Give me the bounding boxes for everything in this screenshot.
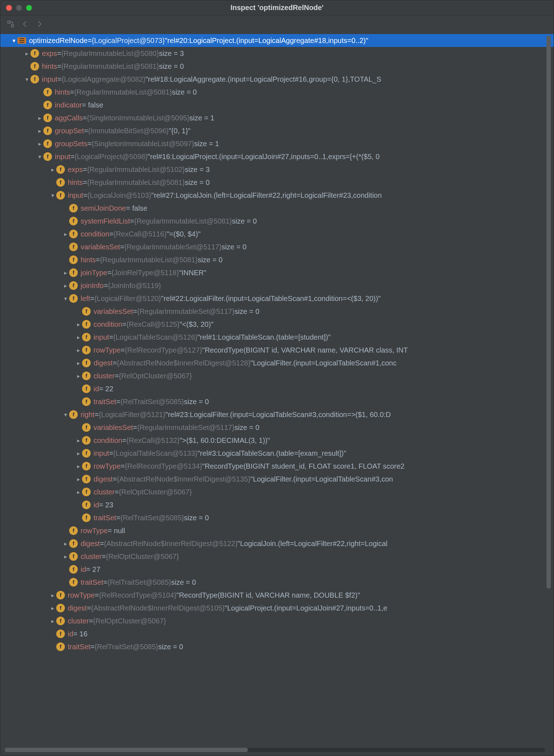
- chevron-right-icon[interactable]: ▸: [23, 50, 30, 57]
- field-name: id: [94, 501, 99, 509]
- tree-view[interactable]: ▾optimizedRelNode = {LogicalProject@5073…: [0, 33, 554, 756]
- titlebar[interactable]: Inspect 'optimizedRelNode': [0, 0, 554, 15]
- tree-row[interactable]: ▸fsystemFieldList = {RegularImmutableLis…: [0, 215, 554, 228]
- chevron-down-icon[interactable]: ▾: [62, 411, 69, 418]
- horizontal-scrollbar[interactable]: [5, 748, 545, 752]
- chevron-right-icon[interactable]: ▸: [62, 269, 69, 276]
- tree-row[interactable]: ▸fdigest = {AbstractRelNode$InnerRelDige…: [0, 602, 554, 614]
- chevron-right-icon[interactable]: ▸: [62, 282, 69, 289]
- field-icon: f: [69, 217, 78, 225]
- tree-row[interactable]: ▸fid= 27: [0, 563, 554, 576]
- tree-row[interactable]: ▸fdigest = {AbstractRelNode$InnerRelDige…: [0, 537, 554, 550]
- object-ref: {AbstractRelNode$InnerRelDigest@5105}: [91, 604, 225, 612]
- tree-row[interactable]: ▸fsemiJoinDone= false: [0, 202, 554, 215]
- tree-row[interactable]: ▸fjoinType = {JoinRelType@5118} "INNER": [0, 266, 554, 279]
- tree-root-icon[interactable]: [7, 20, 15, 28]
- chevron-down-icon[interactable]: ▾: [36, 153, 43, 160]
- chevron-down-icon[interactable]: ▾: [49, 192, 56, 199]
- tree-row[interactable]: ▸fid= 16: [0, 627, 554, 640]
- tree-row[interactable]: ▸frowType= null: [0, 524, 554, 537]
- chevron-right-icon[interactable]: ▸: [75, 373, 82, 379]
- value-text: = 23: [99, 501, 113, 509]
- field-icon: f: [82, 372, 91, 380]
- tree-row[interactable]: ▸finput = {LogicalTableScan@5126} "rel#1…: [0, 331, 554, 344]
- field-name: digest: [81, 540, 100, 548]
- chevron-down-icon[interactable]: ▾: [10, 37, 18, 44]
- tree-row[interactable]: ▸fgroupSet = {ImmutableBitSet@5096} "{0,…: [0, 124, 554, 137]
- tree-row[interactable]: ▸fid= 22: [0, 382, 554, 395]
- minimize-icon[interactable]: [16, 5, 22, 11]
- tree-row[interactable]: ▸fcondition = {RexCall@5116} "=($0, $4)": [0, 228, 554, 240]
- chevron-right-icon[interactable]: ▸: [49, 605, 56, 612]
- field-name: traitSet: [94, 398, 116, 406]
- tree-row[interactable]: ▸fhints = {RegularImmutableList@5081} si…: [0, 86, 554, 99]
- tree-row[interactable]: ▸fjoinInfo = {JoinInfo@5119}: [0, 279, 554, 292]
- field-name: variablesSet: [94, 424, 133, 432]
- tree-row[interactable]: ▾finput = {LogicalAggregate@5082} "rel#1…: [0, 73, 554, 86]
- tree-row[interactable]: ▸fcluster = {RelOptCluster@5067}: [0, 369, 554, 382]
- chevron-right-icon[interactable]: ▸: [75, 489, 82, 496]
- vertical-scrollbar[interactable]: [546, 35, 551, 745]
- chevron-right-icon[interactable]: ▸: [75, 334, 82, 341]
- chevron-right-icon[interactable]: ▸: [62, 540, 69, 547]
- field-name: cluster: [94, 372, 115, 380]
- tree-row[interactable]: ▸ftraitSet = {RelTraitSet@5085} size = 0: [0, 511, 554, 524]
- tree-row[interactable]: ▸fid= 23: [0, 498, 554, 511]
- back-arrow-icon[interactable]: [21, 20, 29, 28]
- chevron-right-icon[interactable]: ▸: [49, 166, 56, 173]
- tree-row[interactable]: ▸faggCalls = {SingletonImmutableList@509…: [0, 111, 554, 124]
- chevron-right-icon[interactable]: ▸: [49, 592, 56, 599]
- tree-row[interactable]: ▸fexps = {RegularImmutableList@5080} siz…: [0, 47, 554, 60]
- tree-row[interactable]: ▸frowType = {RelRecordType@5127} "Record…: [0, 344, 554, 357]
- chevron-right-icon[interactable]: ▸: [36, 115, 43, 121]
- tree-row[interactable]: ▸fcluster = {RelOptCluster@5067}: [0, 485, 554, 498]
- tree-row[interactable]: ▸fvariablesSet = {RegularImmutableSet@51…: [0, 305, 554, 318]
- tree-row[interactable]: ▸finput = {LogicalTableScan@5133} "rel#3…: [0, 447, 554, 460]
- tree-row[interactable]: ▸fdigest = {AbstractRelNode$InnerRelDige…: [0, 473, 554, 485]
- tree-row[interactable]: ▾fright = {LogicalFilter@5121} "rel#23:L…: [0, 408, 554, 421]
- tree-row[interactable]: ▸ftraitSet = {RelTraitSet@5085} size = 0: [0, 640, 554, 653]
- chevron-right-icon[interactable]: ▸: [36, 128, 43, 134]
- tree-row[interactable]: ▸findicator= false: [0, 99, 554, 111]
- tree-row[interactable]: ▾optimizedRelNode = {LogicalProject@5073…: [0, 34, 554, 47]
- forward-arrow-icon[interactable]: [35, 20, 43, 28]
- chevron-right-icon[interactable]: ▸: [75, 360, 82, 367]
- tree-row[interactable]: ▸fvariablesSet = {RegularImmutableSet@51…: [0, 421, 554, 434]
- tree-row[interactable]: ▸fcluster = {RelOptCluster@5067}: [0, 614, 554, 627]
- chevron-down-icon[interactable]: ▾: [62, 295, 69, 302]
- tree-row[interactable]: ▾finput = {LogicalJoin@5103} "rel#27:Log…: [0, 189, 554, 202]
- chevron-down-icon[interactable]: ▾: [23, 76, 30, 83]
- field-icon: f: [69, 552, 78, 561]
- tree-row[interactable]: ▸fcondition = {RexCall@5132} ">($1, 60.0…: [0, 434, 554, 447]
- tree-row[interactable]: ▸fvariablesSet = {RegularImmutableSet@51…: [0, 240, 554, 253]
- close-icon[interactable]: [6, 5, 12, 11]
- chevron-right-icon[interactable]: ▸: [75, 463, 82, 470]
- chevron-right-icon[interactable]: ▸: [75, 347, 82, 354]
- chevron-right-icon[interactable]: ▸: [62, 231, 69, 238]
- tree-row[interactable]: ▾fleft = {LogicalFilter@5120} "rel#22:Lo…: [0, 292, 554, 305]
- tree-row[interactable]: ▸fhints = {RegularImmutableList@5081} si…: [0, 60, 554, 73]
- chevron-right-icon[interactable]: ▸: [75, 437, 82, 444]
- chevron-right-icon[interactable]: ▸: [49, 618, 56, 625]
- tree-row[interactable]: ▸fgroupSets = {SingletonImmutableList@50…: [0, 137, 554, 150]
- chevron-right-icon[interactable]: ▸: [75, 321, 82, 328]
- chevron-right-icon[interactable]: ▸: [62, 553, 69, 560]
- tree-row[interactable]: ▸fhints = {RegularImmutableList@5081} si…: [0, 253, 554, 266]
- tree-row[interactable]: ▸ftraitSet = {RelTraitSet@5085} size = 0: [0, 395, 554, 408]
- tree-row[interactable]: ▸fhints = {RegularImmutableList@5081} si…: [0, 176, 554, 189]
- tree-row[interactable]: ▸frowType = {RelRecordType@5104} "Record…: [0, 589, 554, 602]
- chevron-right-icon[interactable]: ▸: [36, 140, 43, 147]
- object-ref: {LogicalTableScan@5126}: [113, 333, 197, 341]
- chevron-right-icon[interactable]: ▸: [75, 450, 82, 457]
- field-name: indicator: [55, 101, 82, 109]
- tree-row[interactable]: ▸fcondition = {RexCall@5125} "<($3, 20)": [0, 318, 554, 331]
- maximize-icon[interactable]: [26, 5, 32, 11]
- tree-row[interactable]: ▸fdigest = {AbstractRelNode$InnerRelDige…: [0, 357, 554, 369]
- tree-row[interactable]: ▸fexps = {RegularImmutableList@5102} siz…: [0, 163, 554, 176]
- tree-row[interactable]: ▸frowType = {RelRecordType@5134} "Record…: [0, 460, 554, 473]
- object-ref: {RegularImmutableList@5081}: [74, 88, 172, 96]
- chevron-right-icon[interactable]: ▸: [75, 476, 82, 483]
- tree-row[interactable]: ▸ftraitSet = {RelTraitSet@5085} size = 0: [0, 576, 554, 589]
- tree-row[interactable]: ▾finput = {LogicalProject@5098} "rel#16:…: [0, 150, 554, 163]
- tree-row[interactable]: ▸fcluster = {RelOptCluster@5067}: [0, 550, 554, 563]
